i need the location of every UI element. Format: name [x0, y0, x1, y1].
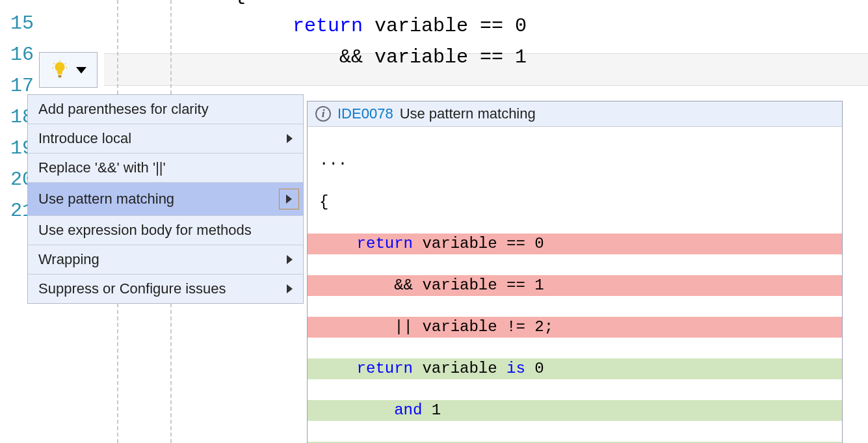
diff-added-line: return variable is 0: [308, 358, 842, 379]
lightbulb-icon: [50, 60, 70, 80]
keyword: is: [506, 360, 525, 377]
diff-removed-line: || variable != 2;: [308, 317, 842, 338]
code-text: variable == 0: [363, 15, 527, 37]
code-text: 1: [422, 401, 441, 419]
chevron-right-icon: [287, 134, 293, 143]
preview-header: i IDE0078 Use pattern matching: [308, 101, 842, 127]
menu-item-label: Introduce local: [38, 130, 131, 147]
chevron-down-icon: [76, 67, 86, 74]
code-line: return variable == 0: [104, 10, 527, 42]
diff-removed-line: && variable == 1: [308, 275, 842, 296]
chevron-right-icon: [287, 284, 293, 293]
menu-item-replace-and-or[interactable]: Replace '&&' with '||': [28, 154, 303, 183]
diff-removed-line: return variable == 0: [308, 234, 842, 254]
code-line: ...: [308, 150, 842, 171]
menu-item-label: Use pattern matching: [38, 191, 174, 208]
analyzer-rule-title: Use pattern matching: [400, 105, 536, 122]
line-number: 14: [0, 0, 39, 8]
code-line: && variable == 1: [104, 42, 527, 73]
menu-item-label: Add parentheses for clarity: [38, 101, 209, 118]
chevron-right-icon: [286, 195, 292, 204]
menu-item-label: Use expression body for methods: [38, 222, 252, 239]
lightbulb-button[interactable]: [39, 52, 98, 88]
keyword: return: [357, 360, 413, 377]
menu-item-suppress-configure[interactable]: Suppress or Configure issues: [28, 275, 303, 303]
chevron-right-icon: [287, 255, 293, 264]
code-fix-preview-panel: i IDE0078 Use pattern matching ... { ret…: [307, 101, 843, 443]
menu-item-add-parentheses[interactable]: Add parentheses for clarity: [28, 95, 303, 124]
line-number: 15: [0, 8, 39, 39]
menu-item-label: Suppress or Configure issues: [38, 280, 226, 297]
code-line: {: [308, 192, 842, 213]
keyword: return: [293, 15, 363, 37]
line-number: 16: [0, 39, 39, 70]
code-line: {: [104, 0, 527, 10]
code-text: variable: [413, 360, 506, 377]
analyzer-rule-id[interactable]: IDE0078: [337, 105, 393, 122]
keyword: return: [357, 235, 413, 252]
menu-item-expression-body[interactable]: Use expression body for methods: [28, 216, 303, 245]
diff-preview: ... { return variable == 0 && variable =…: [308, 127, 842, 443]
editor-code-text[interactable]: {return variable == 0 && variable == 1: [104, 0, 527, 73]
diff-added-line: and 1: [308, 400, 842, 421]
code-text: 0: [525, 360, 544, 377]
menu-item-introduce-local[interactable]: Introduce local: [28, 124, 303, 154]
quick-actions-menu: Add parentheses for clarity Introduce lo…: [27, 94, 304, 304]
keyword: and: [394, 401, 422, 419]
menu-item-use-pattern-matching[interactable]: Use pattern matching: [28, 183, 303, 216]
info-icon: i: [315, 106, 331, 122]
menu-item-label: Replace '&&' with '||': [38, 159, 166, 176]
menu-item-wrapping[interactable]: Wrapping: [28, 245, 303, 275]
code-text: variable == 0: [413, 235, 544, 252]
menu-item-label: Wrapping: [38, 251, 99, 268]
